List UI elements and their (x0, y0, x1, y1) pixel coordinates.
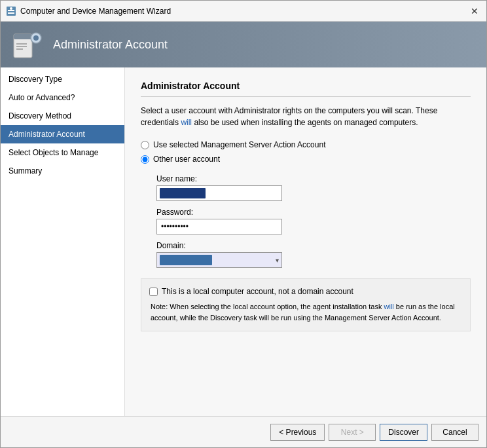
username-label: User name: (156, 174, 471, 183)
title-bar-left: Computer and Device Management Wizard (6, 6, 171, 16)
discover-button[interactable]: Discover (380, 424, 427, 441)
header-title: Administrator Account (53, 38, 168, 52)
local-account-checkbox-row: This is a local computer account, not a … (149, 287, 462, 296)
password-input[interactable] (156, 219, 282, 234)
svg-rect-5 (14, 34, 32, 39)
window-title: Computer and Device Management Wizard (20, 7, 171, 16)
form-section: User name: Password: Domain: (156, 174, 471, 268)
local-account-section: This is a local computer account, not a … (141, 278, 471, 331)
radio-management-account[interactable] (141, 141, 149, 149)
svg-point-3 (10, 7, 12, 10)
next-button[interactable]: Next > (329, 424, 376, 441)
sidebar-item-administrator-account[interactable]: Administrator Account (1, 125, 124, 143)
sidebar-item-auto-advanced[interactable]: Auto or Advanced? (1, 88, 124, 107)
radio-item-management-account: Use selected Management Server Action Ac… (141, 140, 471, 149)
close-button[interactable]: ✕ (468, 5, 481, 18)
note-text: Note: When selecting the local account o… (151, 301, 462, 323)
wizard-window: Computer and Device Management Wizard ✕ … (0, 0, 487, 448)
domain-label: Domain: (156, 241, 471, 250)
username-input[interactable] (157, 186, 281, 200)
svg-point-7 (33, 35, 39, 41)
username-field-group: User name: (156, 174, 471, 201)
local-account-checkbox[interactable] (149, 288, 158, 296)
sidebar-item-discovery-method[interactable]: Discovery Method (1, 107, 124, 125)
svg-rect-9 (16, 46, 27, 47)
password-field-group: Password: (156, 208, 471, 234)
radio-management-label[interactable]: Use selected Management Server Action Ac… (153, 140, 325, 149)
domain-value-fill (160, 255, 212, 265)
header-banner: Administrator Account (1, 22, 486, 67)
svg-rect-10 (16, 48, 23, 50)
domain-field-group: Domain: ▾ (156, 241, 471, 268)
svg-rect-1 (8, 10, 14, 11)
footer: < Previous Next > Discover Cancel (1, 416, 486, 447)
domain-select-wrapper[interactable]: ▾ (156, 252, 282, 268)
local-account-checkbox-label[interactable]: This is a local computer account, not a … (162, 287, 353, 296)
main-area: Discovery Type Auto or Advanced? Discove… (1, 67, 486, 416)
radio-other-account[interactable] (141, 155, 149, 164)
header-wizard-icon (11, 29, 43, 60)
radio-group: Use selected Management Server Action Ac… (141, 140, 471, 164)
title-bar: Computer and Device Management Wizard ✕ (1, 1, 486, 22)
username-input-wrapper (156, 185, 282, 201)
sidebar-item-summary[interactable]: Summary (1, 162, 124, 180)
radio-item-other-account: Other user account (141, 155, 471, 164)
radio-other-label[interactable]: Other user account (153, 155, 220, 164)
svg-rect-2 (8, 12, 14, 14)
description-text: Select a user account with Administrator… (141, 105, 471, 128)
cancel-button[interactable]: Cancel (431, 424, 478, 441)
svg-rect-8 (16, 43, 27, 45)
password-label: Password: (156, 208, 471, 217)
content-title: Administrator Account (141, 81, 471, 97)
domain-dropdown-arrow: ▾ (276, 257, 279, 264)
sidebar-item-discovery-type[interactable]: Discovery Type (1, 70, 124, 88)
sidebar-item-select-objects[interactable]: Select Objects to Manage (1, 143, 124, 162)
app-icon (6, 6, 16, 16)
sidebar: Discovery Type Auto or Advanced? Discove… (1, 67, 125, 416)
content-panel: Administrator Account Select a user acco… (125, 67, 486, 416)
previous-button[interactable]: < Previous (270, 424, 325, 441)
